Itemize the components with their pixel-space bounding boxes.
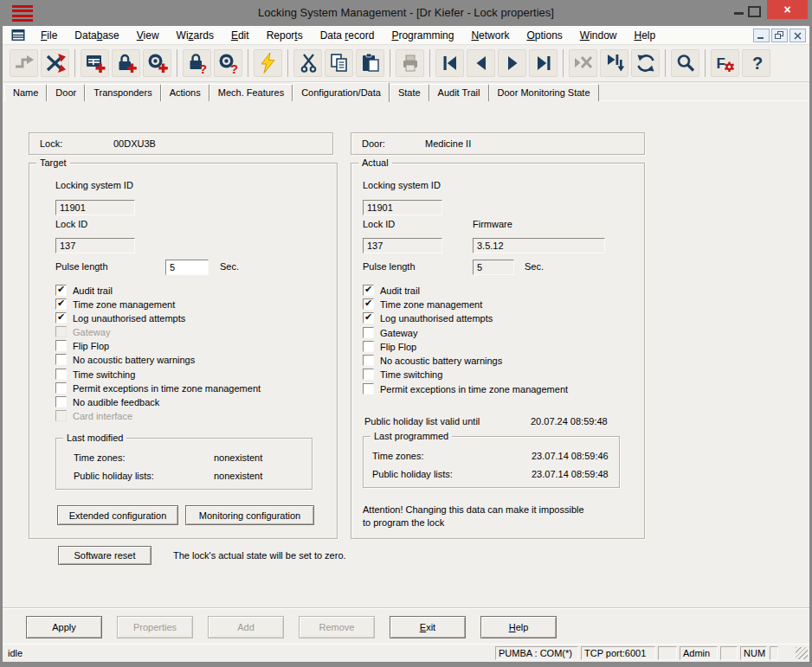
tab-transponders[interactable]: Transponders	[85, 84, 160, 101]
window-frame-left	[0, 26, 3, 667]
menu-help[interactable]: Help	[626, 26, 665, 45]
tab-configuration-data[interactable]: Configuration/Data	[293, 82, 390, 102]
mdi-restore-button[interactable]	[771, 29, 788, 42]
target-checkbox-no-acoustic-battery-warnings[interactable]: No acoustic battery warnings	[55, 354, 195, 365]
menu-options[interactable]: Options	[518, 26, 570, 45]
checkbox-box[interactable]	[363, 341, 374, 352]
search-button[interactable]	[671, 49, 699, 77]
menu-data-record[interactable]: Data record	[312, 26, 383, 45]
checkbox-box[interactable]	[55, 354, 67, 365]
tab-state[interactable]: State	[390, 84, 429, 101]
mdi-close-button[interactable]	[789, 29, 806, 42]
monitoring-configuration-button[interactable]: Monitoring configuration	[185, 505, 314, 525]
tab-audit-trail[interactable]: Audit Trail	[429, 84, 489, 101]
tab-name[interactable]: Name	[4, 84, 47, 101]
first-record-button[interactable]	[435, 49, 464, 77]
disconnect-button[interactable]	[41, 49, 69, 77]
last-modified-group: Last modified Time zones: nonexistent Pu…	[55, 438, 313, 490]
checkbox-box[interactable]	[55, 396, 67, 407]
new-transponder-icon	[147, 53, 168, 74]
tab-door-monitoring-state[interactable]: Door Monitoring State	[489, 84, 599, 101]
connect-button	[10, 49, 38, 77]
actual-checkbox-no-acoustic-battery-warnings[interactable]: No acoustic battery warnings	[363, 355, 502, 366]
programmed-time-zones-label: Time zones:	[372, 451, 424, 461]
checkbox-box[interactable]	[363, 312, 374, 324]
mdi-window-controls	[753, 29, 806, 42]
software-reset-button[interactable]: Software reset	[58, 546, 151, 565]
target-checkbox-permit-exceptions[interactable]: Permit exceptions in time zone managemen…	[55, 382, 261, 394]
last-record-button[interactable]	[529, 49, 557, 77]
menu-view[interactable]: View	[128, 26, 168, 45]
new-transponder-button[interactable]	[143, 49, 171, 77]
new-lock-button[interactable]	[112, 49, 140, 77]
program-button[interactable]	[254, 49, 282, 77]
checkbox-box[interactable]	[55, 340, 67, 351]
door-label: Door:	[362, 138, 385, 149]
previous-record-button[interactable]	[467, 49, 495, 77]
target-checkbox-flip-flop[interactable]: Flip Flop	[55, 340, 109, 351]
actual-checkbox-log-unauthorised-attempts[interactable]: Log unauthorised attempts	[363, 312, 493, 324]
checkbox-box[interactable]	[55, 312, 67, 324]
cut-button[interactable]	[293, 49, 322, 77]
tab-mech-features[interactable]: Mech. Features	[209, 84, 293, 101]
extended-configuration-button[interactable]: Extended configuration	[57, 505, 178, 525]
menu-window[interactable]: Window	[571, 26, 626, 45]
post-record-button[interactable]	[600, 49, 628, 77]
mdi-minimize-button[interactable]	[753, 29, 770, 42]
target-checkbox-time-switching[interactable]: Time switching	[55, 369, 135, 380]
filter-settings-button[interactable]: F	[711, 49, 739, 77]
checkbox-box[interactable]	[363, 298, 374, 310]
menu-wizards[interactable]: Wizards	[168, 26, 222, 45]
menu-edit[interactable]: Edit	[222, 26, 258, 45]
actual-checkbox-audit-trail[interactable]: Audit trail	[363, 285, 420, 296]
help-footer-button[interactable]: Help	[480, 616, 557, 638]
menu-file[interactable]: File	[32, 26, 66, 45]
checkbox-box[interactable]	[55, 298, 67, 310]
menu-reports[interactable]: Reports	[258, 26, 312, 45]
target-checkbox-card-interface: Card interface	[55, 410, 132, 421]
maximize-button[interactable]	[747, 3, 761, 19]
read-lock-button[interactable]: ?	[183, 49, 211, 77]
target-checkbox-time-zone-management[interactable]: Time zone management	[55, 298, 175, 310]
refresh-button[interactable]	[631, 49, 660, 77]
paste-button[interactable]	[356, 49, 384, 77]
minimize-button[interactable]	[731, 3, 745, 19]
tab-door[interactable]: Door	[47, 84, 85, 101]
target-pulse-length-input[interactable]	[165, 260, 209, 275]
actual-checkbox-time-switching[interactable]: Time switching	[363, 369, 442, 380]
checkbox-box[interactable]	[55, 369, 67, 380]
software-reset-note: The lock's actual state will be set to z…	[173, 550, 346, 561]
checkbox-box[interactable]	[363, 285, 374, 296]
apply-button[interactable]: Apply	[26, 616, 102, 638]
checkbox-box[interactable]	[363, 383, 374, 394]
close-button[interactable]: ×	[767, 0, 808, 19]
programmed-holiday-lists-label: Public holiday lists:	[372, 469, 453, 479]
tab-actions[interactable]: Actions	[161, 84, 209, 101]
checkbox-box[interactable]	[55, 382, 67, 394]
actual-checkbox-permit-exceptions[interactable]: Permit exceptions in time zone managemen…	[363, 383, 568, 394]
menu-database[interactable]: Database	[66, 26, 127, 45]
checkbox-box[interactable]	[55, 285, 67, 296]
target-checkbox-log-unauthorised-attempts[interactable]: Log unauthorised attempts	[55, 312, 185, 324]
checkbox-box[interactable]	[363, 327, 374, 338]
resize-grip[interactable]	[796, 647, 808, 659]
help-icon: ?	[746, 53, 767, 74]
help-button[interactable]: ?	[742, 49, 770, 77]
menu-network[interactable]: Network	[462, 26, 518, 45]
actual-checkbox-gateway[interactable]: Gateway	[363, 327, 417, 338]
actual-checkbox-time-zone-management[interactable]: Time zone management	[363, 298, 482, 310]
target-checkbox-audit-trail[interactable]: Audit trail	[55, 285, 113, 296]
checkbox-box[interactable]	[363, 355, 374, 366]
target-checkbox-no-audible-feedback[interactable]: No audible feedback	[55, 396, 159, 407]
actual-checkbox-flip-flop[interactable]: Flip Flop	[363, 341, 416, 352]
last-record-icon	[533, 53, 554, 74]
post-record-icon	[604, 53, 625, 74]
checkbox-box[interactable]	[363, 369, 374, 380]
document-window-icon[interactable]	[11, 29, 25, 42]
next-record-button[interactable]	[498, 49, 526, 77]
new-locking-system-button[interactable]	[81, 49, 109, 77]
exit-button[interactable]: Exit	[390, 616, 466, 638]
read-transponder-button[interactable]: ?	[214, 49, 242, 77]
copy-button[interactable]	[325, 49, 353, 77]
menu-programming[interactable]: Programming	[383, 26, 462, 45]
